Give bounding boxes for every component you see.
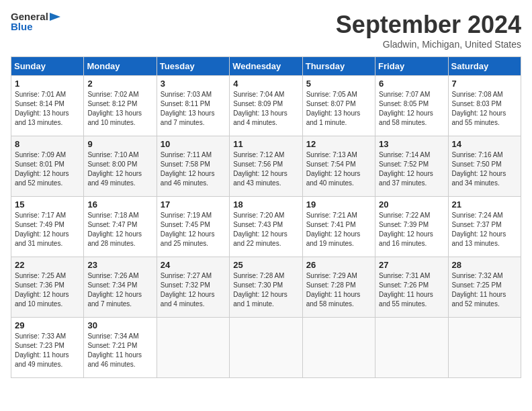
header-row: SundayMondayTuesdayWednesdayThursdayFrid…: [11, 57, 521, 76]
day-info: Sunrise: 7:33 AMSunset: 7:23 PMDaylight:…: [15, 332, 80, 369]
calendar-cell: 15Sunrise: 7:17 AMSunset: 7:49 PMDayligh…: [11, 197, 84, 257]
calendar-cell: 18Sunrise: 7:20 AMSunset: 7:43 PMDayligh…: [230, 197, 302, 257]
day-number: 26: [306, 260, 371, 270]
calendar-cell: 17Sunrise: 7:19 AMSunset: 7:45 PMDayligh…: [157, 197, 229, 257]
calendar-cell: [302, 318, 375, 378]
logo-flag-icon: [50, 13, 60, 21]
calendar-header: SundayMondayTuesdayWednesdayThursdayFrid…: [11, 57, 521, 76]
calendar-cell: 8Sunrise: 7:09 AMSunset: 8:01 PMDaylight…: [11, 136, 84, 197]
month-title: September 2024: [336, 11, 521, 39]
calendar-cell: 23Sunrise: 7:26 AMSunset: 7:34 PMDayligh…: [84, 257, 157, 318]
day-number: 1: [15, 79, 80, 89]
calendar-cell: 2Sunrise: 7:02 AMSunset: 8:12 PMDaylight…: [84, 76, 157, 136]
calendar-week: 15Sunrise: 7:17 AMSunset: 7:49 PMDayligh…: [11, 197, 521, 257]
day-number: 28: [452, 260, 517, 270]
day-info: Sunrise: 7:08 AMSunset: 8:03 PMDaylight:…: [452, 90, 517, 128]
day-info: Sunrise: 7:17 AMSunset: 7:49 PMDaylight:…: [15, 211, 80, 248]
day-info: Sunrise: 7:13 AMSunset: 7:54 PMDaylight:…: [306, 150, 371, 188]
calendar-cell: 12Sunrise: 7:13 AMSunset: 7:54 PMDayligh…: [302, 136, 375, 197]
calendar-cell: 20Sunrise: 7:22 AMSunset: 7:39 PMDayligh…: [375, 197, 448, 257]
logo-container: General Blue: [11, 11, 60, 32]
calendar-cell: [448, 318, 521, 378]
day-info: Sunrise: 7:14 AMSunset: 7:52 PMDaylight:…: [379, 150, 444, 188]
title-area: September 2024 Gladwin, Michigan, United…: [336, 11, 521, 50]
calendar-week: 1Sunrise: 7:01 AMSunset: 8:14 PMDaylight…: [11, 76, 521, 136]
day-number: 3: [161, 79, 226, 89]
day-number: 17: [161, 199, 226, 210]
day-number: 12: [306, 139, 371, 149]
calendar-week: 22Sunrise: 7:25 AMSunset: 7:36 PMDayligh…: [11, 257, 521, 318]
day-number: 13: [379, 139, 444, 149]
header-day: Wednesday: [230, 57, 302, 76]
calendar-cell: 10Sunrise: 7:11 AMSunset: 7:58 PMDayligh…: [157, 136, 229, 197]
day-info: Sunrise: 7:22 AMSunset: 7:39 PMDaylight:…: [379, 211, 444, 248]
day-number: 14: [452, 139, 517, 149]
day-info: Sunrise: 7:05 AMSunset: 8:07 PMDaylight:…: [306, 90, 371, 128]
calendar-cell: 1Sunrise: 7:01 AMSunset: 8:14 PMDaylight…: [11, 76, 84, 136]
day-info: Sunrise: 7:12 AMSunset: 7:56 PMDaylight:…: [233, 150, 298, 188]
day-info: Sunrise: 7:16 AMSunset: 7:50 PMDaylight:…: [452, 150, 517, 188]
calendar-cell: [375, 318, 448, 378]
day-info: Sunrise: 7:25 AMSunset: 7:36 PMDaylight:…: [15, 271, 80, 309]
day-info: Sunrise: 7:31 AMSunset: 7:26 PMDaylight:…: [379, 271, 444, 309]
calendar-cell: 4Sunrise: 7:04 AMSunset: 8:09 PMDaylight…: [230, 76, 302, 136]
day-info: Sunrise: 7:32 AMSunset: 7:25 PMDaylight:…: [452, 271, 517, 309]
day-info: Sunrise: 7:09 AMSunset: 8:01 PMDaylight:…: [15, 150, 80, 188]
calendar-cell: 26Sunrise: 7:29 AMSunset: 7:28 PMDayligh…: [302, 257, 375, 318]
calendar-cell: 7Sunrise: 7:08 AMSunset: 8:03 PMDaylight…: [448, 76, 521, 136]
day-number: 16: [87, 199, 152, 210]
calendar-cell: [157, 318, 229, 378]
day-info: Sunrise: 7:10 AMSunset: 8:00 PMDaylight:…: [87, 150, 152, 188]
location: Gladwin, Michigan, United States: [336, 39, 521, 50]
calendar-cell: 3Sunrise: 7:03 AMSunset: 8:11 PMDaylight…: [157, 76, 229, 136]
day-info: Sunrise: 7:19 AMSunset: 7:45 PMDaylight:…: [161, 211, 226, 248]
calendar-cell: 30Sunrise: 7:34 AMSunset: 7:21 PMDayligh…: [84, 318, 157, 378]
day-info: Sunrise: 7:27 AMSunset: 7:32 PMDaylight:…: [161, 271, 226, 309]
day-info: Sunrise: 7:34 AMSunset: 7:21 PMDaylight:…: [87, 332, 152, 369]
day-number: 15: [15, 199, 80, 210]
day-number: 30: [87, 320, 152, 330]
day-number: 7: [452, 79, 517, 89]
day-number: 11: [233, 139, 298, 149]
calendar-table: SundayMondayTuesdayWednesdayThursdayFrid…: [11, 56, 521, 378]
header-day: Saturday: [448, 57, 521, 76]
day-info: Sunrise: 7:11 AMSunset: 7:58 PMDaylight:…: [161, 150, 226, 188]
day-number: 6: [379, 79, 444, 89]
day-number: 25: [233, 260, 298, 270]
day-info: Sunrise: 7:21 AMSunset: 7:41 PMDaylight:…: [306, 211, 371, 248]
day-number: 10: [161, 139, 226, 149]
calendar-week: 8Sunrise: 7:09 AMSunset: 8:01 PMDaylight…: [11, 136, 521, 197]
day-info: Sunrise: 7:28 AMSunset: 7:30 PMDaylight:…: [233, 271, 298, 309]
calendar-cell: 11Sunrise: 7:12 AMSunset: 7:56 PMDayligh…: [230, 136, 302, 197]
day-number: 8: [15, 139, 80, 149]
day-number: 29: [15, 320, 80, 330]
calendar-cell: 6Sunrise: 7:07 AMSunset: 8:05 PMDaylight…: [375, 76, 448, 136]
calendar-cell: 24Sunrise: 7:27 AMSunset: 7:32 PMDayligh…: [157, 257, 229, 318]
header-day: Monday: [84, 57, 157, 76]
day-number: 22: [15, 260, 80, 270]
day-info: Sunrise: 7:20 AMSunset: 7:43 PMDaylight:…: [233, 211, 298, 248]
logo-blue-text: Blue: [11, 21, 33, 32]
header-day: Friday: [375, 57, 448, 76]
day-info: Sunrise: 7:04 AMSunset: 8:09 PMDaylight:…: [233, 90, 298, 128]
day-info: Sunrise: 7:24 AMSunset: 7:37 PMDaylight:…: [452, 211, 517, 248]
day-number: 9: [87, 139, 152, 149]
calendar-cell: 21Sunrise: 7:24 AMSunset: 7:37 PMDayligh…: [448, 197, 521, 257]
day-number: 4: [233, 79, 298, 89]
day-info: Sunrise: 7:29 AMSunset: 7:28 PMDaylight:…: [306, 271, 371, 309]
day-number: 19: [306, 199, 371, 210]
calendar-week: 29Sunrise: 7:33 AMSunset: 7:23 PMDayligh…: [11, 318, 521, 378]
calendar-cell: 22Sunrise: 7:25 AMSunset: 7:36 PMDayligh…: [11, 257, 84, 318]
header-day: Tuesday: [157, 57, 229, 76]
calendar-cell: 27Sunrise: 7:31 AMSunset: 7:26 PMDayligh…: [375, 257, 448, 318]
day-number: 2: [87, 79, 152, 89]
header-day: Sunday: [11, 57, 84, 76]
calendar-cell: 16Sunrise: 7:18 AMSunset: 7:47 PMDayligh…: [84, 197, 157, 257]
day-info: Sunrise: 7:02 AMSunset: 8:12 PMDaylight:…: [87, 90, 152, 128]
day-info: Sunrise: 7:18 AMSunset: 7:47 PMDaylight:…: [87, 211, 152, 248]
day-info: Sunrise: 7:01 AMSunset: 8:14 PMDaylight:…: [15, 90, 80, 128]
calendar-cell: 14Sunrise: 7:16 AMSunset: 7:50 PMDayligh…: [448, 136, 521, 197]
calendar-cell: [230, 318, 302, 378]
logo-text-area: General Blue: [11, 11, 60, 32]
day-number: 27: [379, 260, 444, 270]
